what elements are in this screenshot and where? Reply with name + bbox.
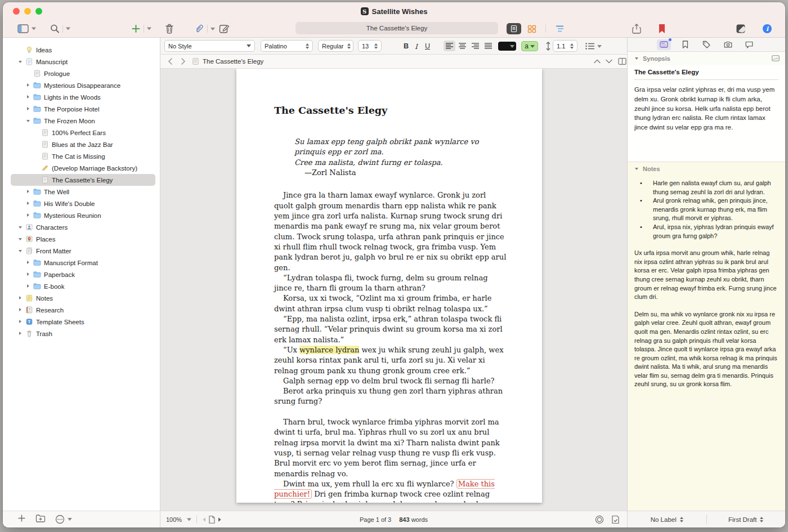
compose-mode-button[interactable]: [736, 24, 746, 34]
binder-item-paperback[interactable]: Paperback: [11, 269, 155, 280]
binder-item-manuscript-format[interactable]: Manuscript Format: [11, 257, 155, 269]
chevron-right-icon[interactable]: [17, 330, 24, 337]
tab-notes[interactable]: [657, 39, 671, 50]
font-weight-select[interactable]: Regular: [318, 40, 353, 52]
label-select[interactable]: No Label: [628, 511, 706, 527]
tab-comments[interactable]: [742, 39, 756, 50]
editor-body[interactable]: The Cassette's ElegySu lamax epp teng ga…: [160, 69, 627, 511]
binder-item-manuscript[interactable]: Manuscript: [11, 56, 155, 68]
chevron-down-icon[interactable]: [211, 28, 215, 30]
document-page[interactable]: The Cassette's ElegySu lamax epp teng ga…: [236, 69, 542, 503]
toolbar-document-field[interactable]: The Cassette's Elegy: [296, 22, 498, 34]
binder-item-front-matter[interactable]: Front Matter: [11, 245, 155, 257]
font-select[interactable]: Palatino: [261, 40, 313, 52]
binder-item-the-porpoise-hotel[interactable]: The Porpoise Hotel: [11, 103, 155, 115]
compose-new-button[interactable]: [219, 24, 230, 34]
binder-item-template-sheets[interactable]: TTemplate Sheets: [11, 316, 155, 328]
binder-item-the-well[interactable]: The Well: [11, 186, 155, 198]
binder-item-lights-in-the-woods[interactable]: Lights in the Woods: [11, 91, 155, 103]
chevron-down-icon[interactable]: [17, 236, 24, 243]
tab-metadata[interactable]: [700, 39, 714, 50]
highlighted-text[interactable]: wynlarce lydran: [299, 346, 359, 354]
chevron-right-icon[interactable]: [17, 319, 24, 325]
binder-item-ideas[interactable]: Ideas: [11, 44, 155, 56]
bold-button[interactable]: B: [404, 42, 409, 50]
binder-item-develop-marriage-backstory[interactable]: (Develop Marriage Backstory): [11, 162, 155, 174]
binder-item-the-frozen-moon[interactable]: The Frozen Moon: [11, 115, 155, 127]
chevron-down-icon[interactable]: [25, 118, 32, 124]
synopsis-header[interactable]: Synopsis: [628, 52, 785, 65]
chevron-right-icon[interactable]: [25, 82, 32, 89]
align-center-button[interactable]: [456, 41, 468, 51]
chevron-down-icon[interactable]: [147, 28, 151, 30]
notes-body[interactable]: Harle gen nalista ewayf clum su, arul ga…: [628, 176, 785, 511]
chevron-right-icon[interactable]: [25, 94, 32, 101]
chevron-down-icon[interactable]: [66, 28, 70, 30]
outline-view-button[interactable]: [552, 23, 567, 34]
search-button[interactable]: [50, 24, 70, 34]
share-button[interactable]: [632, 24, 641, 34]
binder-item-his-wife-s-double[interactable]: His Wife's Double: [11, 198, 155, 209]
chevron-right-icon[interactable]: [25, 283, 32, 290]
chevron-down-icon[interactable]: [633, 166, 640, 172]
chevron-down-icon[interactable]: [17, 59, 24, 65]
next-document-button[interactable]: [606, 59, 612, 64]
align-right-button[interactable]: [469, 41, 481, 51]
split-editor-button[interactable]: [618, 58, 626, 65]
binder-actions-button[interactable]: [55, 515, 72, 524]
chevron-right-icon[interactable]: [25, 212, 32, 219]
chevron-right-icon[interactable]: [25, 189, 32, 195]
navigate-forward-button[interactable]: [181, 58, 186, 65]
binder-item-blues-at-the-jazz-bar[interactable]: Blues at the Jazz Bar: [11, 138, 155, 150]
info-button[interactable]: i: [762, 24, 772, 34]
binder-item-e-book[interactable]: E-book: [11, 280, 155, 292]
tab-bookmarks[interactable]: [678, 39, 692, 50]
chevron-right-icon[interactable]: [17, 295, 24, 302]
italic-button[interactable]: I: [415, 42, 418, 50]
chevron-right-icon[interactable]: [25, 271, 32, 278]
add-document-button[interactable]: [17, 514, 26, 525]
binder-item-research[interactable]: Research: [11, 304, 155, 316]
binder-item-mysterious-disappearance[interactable]: Mysterious Disappearance: [11, 79, 155, 91]
notes-header[interactable]: Notes: [628, 162, 785, 176]
binder-item-the-cassette-s-elegy[interactable]: The Cassette's Elegy: [11, 174, 155, 186]
move-to-trash-button[interactable]: [165, 24, 174, 34]
corkboard-view-button[interactable]: [525, 23, 539, 34]
font-size-select[interactable]: 13: [358, 40, 382, 52]
chevron-down-icon[interactable]: [633, 55, 640, 62]
attach-file-button[interactable]: [194, 24, 215, 34]
chevron-down-icon[interactable]: [17, 248, 24, 254]
binder-item-characters[interactable]: Characters: [11, 221, 155, 233]
binder-item-mysterious-reunion[interactable]: Mysterious Reunion: [11, 209, 155, 221]
chevron-right-icon[interactable]: [17, 307, 24, 314]
status-select[interactable]: First Draft: [707, 511, 786, 527]
text-color-button[interactable]: [498, 42, 516, 51]
chevron-right-icon[interactable]: [25, 106, 32, 113]
binder-item-places[interactable]: Places: [11, 233, 155, 245]
synopsis-card[interactable]: The Cassette's Elegy Gra irpsa velar ozl…: [628, 65, 785, 162]
document-view-button[interactable]: [507, 23, 521, 34]
binder-item-the-cat-is-missing[interactable]: The Cat is Missing: [11, 150, 155, 162]
highlight-color-button[interactable]: a: [521, 41, 538, 51]
line-spacing-select[interactable]: 1.1: [553, 40, 577, 52]
binder-item-prologue[interactable]: Prologue: [11, 68, 155, 79]
bookmark-button[interactable]: [658, 24, 666, 34]
add-folder-button[interactable]: [35, 514, 46, 525]
binder-item-notes[interactable]: Notes: [11, 292, 155, 304]
underline-button[interactable]: U: [425, 42, 430, 50]
list-format-button[interactable]: [585, 43, 602, 50]
style-select[interactable]: No Style: [164, 40, 255, 52]
previous-document-button[interactable]: [594, 59, 601, 64]
chevron-down-icon[interactable]: [32, 28, 36, 30]
chevron-right-icon[interactable]: [25, 260, 32, 266]
writing-target-button[interactable]: [595, 515, 604, 524]
align-justify-button[interactable]: [482, 41, 494, 51]
navigate-back-button[interactable]: [168, 58, 173, 65]
chevron-down-icon[interactable]: [68, 518, 72, 521]
synopsis-image-button[interactable]: [772, 55, 780, 62]
align-left-button[interactable]: [444, 41, 455, 51]
add-item-button[interactable]: [131, 24, 151, 34]
tab-snapshots[interactable]: [721, 39, 735, 50]
binder-item-trash[interactable]: Trash: [11, 328, 155, 339]
page-check-button[interactable]: [611, 515, 620, 524]
